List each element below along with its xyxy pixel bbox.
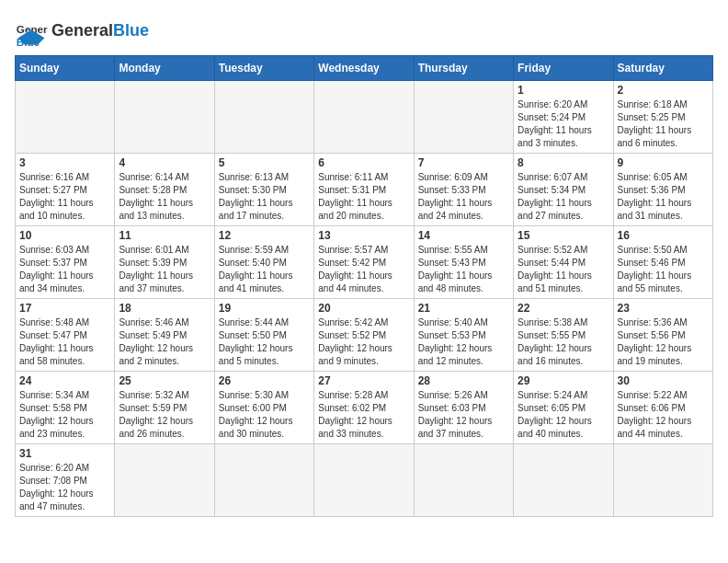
svg-text:Blue: Blue [17,36,40,48]
day-info: Sunrise: 6:11 AM Sunset: 5:31 PM Dayligh… [318,171,409,223]
calendar-cell: 23Sunrise: 5:36 AM Sunset: 5:56 PM Dayli… [613,299,712,372]
calendar-cell: 25Sunrise: 5:32 AM Sunset: 5:59 PM Dayli… [115,372,214,444]
weekday-header-tuesday: Tuesday [214,56,313,81]
calendar-week-2: 3Sunrise: 6:16 AM Sunset: 5:27 PM Daylig… [16,154,713,226]
weekday-header-sunday: Sunday [16,56,115,81]
weekday-header-wednesday: Wednesday [314,56,414,81]
calendar-cell: 13Sunrise: 5:57 AM Sunset: 5:42 PM Dayli… [314,226,414,299]
generalblue-logo-icon: General Blue [15,15,48,48]
day-info: Sunrise: 6:18 AM Sunset: 5:25 PM Dayligh… [618,98,709,150]
calendar-cell: 21Sunrise: 5:40 AM Sunset: 5:53 PM Dayli… [414,299,513,372]
day-info: Sunrise: 5:59 AM Sunset: 5:40 PM Dayligh… [219,244,310,295]
calendar-cell [613,444,712,517]
day-info: Sunrise: 5:24 AM Sunset: 6:05 PM Dayligh… [518,389,609,441]
day-info: Sunrise: 6:20 AM Sunset: 5:24 PM Dayligh… [518,98,609,150]
day-number: 4 [119,156,210,169]
calendar-cell [314,444,414,517]
calendar-cell [115,444,214,517]
day-info: Sunrise: 5:44 AM Sunset: 5:50 PM Dayligh… [219,316,310,368]
calendar-cell: 18Sunrise: 5:46 AM Sunset: 5:49 PM Dayli… [115,299,214,372]
calendar-cell: 30Sunrise: 5:22 AM Sunset: 6:06 PM Dayli… [613,372,712,444]
day-info: Sunrise: 5:46 AM Sunset: 5:49 PM Dayligh… [119,316,210,368]
day-info: Sunrise: 5:52 AM Sunset: 5:44 PM Dayligh… [518,244,609,295]
day-number: 21 [418,302,509,315]
calendar-cell: 19Sunrise: 5:44 AM Sunset: 5:50 PM Dayli… [214,299,313,372]
weekday-header-friday: Friday [514,56,613,81]
day-number: 16 [618,229,709,242]
day-info: Sunrise: 5:28 AM Sunset: 6:02 PM Dayligh… [318,389,409,441]
calendar-cell: 15Sunrise: 5:52 AM Sunset: 5:44 PM Dayli… [514,226,613,299]
day-info: Sunrise: 6:14 AM Sunset: 5:28 PM Dayligh… [119,171,210,223]
calendar-cell: 4Sunrise: 6:14 AM Sunset: 5:28 PM Daylig… [115,154,214,226]
day-number: 20 [318,302,409,315]
calendar-cell: 10Sunrise: 6:03 AM Sunset: 5:37 PM Dayli… [16,226,115,299]
calendar-cell: 1Sunrise: 6:20 AM Sunset: 5:24 PM Daylig… [514,81,613,154]
day-number: 3 [19,156,110,169]
calendar-cell: 27Sunrise: 5:28 AM Sunset: 6:02 PM Dayli… [314,372,414,444]
day-info: Sunrise: 6:16 AM Sunset: 5:27 PM Dayligh… [19,171,110,223]
day-number: 2 [618,84,709,97]
day-info: Sunrise: 5:57 AM Sunset: 5:42 PM Dayligh… [318,244,409,295]
day-info: Sunrise: 6:09 AM Sunset: 5:33 PM Dayligh… [418,171,509,223]
day-number: 30 [618,374,709,387]
calendar-cell: 5Sunrise: 6:13 AM Sunset: 5:30 PM Daylig… [214,154,313,226]
day-info: Sunrise: 5:55 AM Sunset: 5:43 PM Dayligh… [418,244,509,295]
calendar-cell: 16Sunrise: 5:50 AM Sunset: 5:46 PM Dayli… [613,226,712,299]
weekday-header-monday: Monday [115,56,214,81]
day-number: 6 [318,156,409,169]
calendar-week-6: 31Sunrise: 6:20 AM Sunset: 7:08 PM Dayli… [16,444,713,517]
calendar-cell [414,81,513,154]
day-number: 12 [219,229,310,242]
day-number: 13 [318,229,409,242]
day-number: 22 [518,302,609,315]
day-number: 24 [19,374,110,387]
day-number: 9 [618,156,709,169]
day-info: Sunrise: 5:34 AM Sunset: 5:58 PM Dayligh… [19,389,110,441]
day-info: Sunrise: 5:38 AM Sunset: 5:55 PM Dayligh… [518,316,609,368]
day-info: Sunrise: 6:20 AM Sunset: 7:08 PM Dayligh… [19,462,110,513]
day-info: Sunrise: 5:26 AM Sunset: 6:03 PM Dayligh… [418,389,509,441]
weekday-header-thursday: Thursday [414,56,513,81]
calendar-cell [514,444,613,517]
day-info: Sunrise: 5:22 AM Sunset: 6:06 PM Dayligh… [618,389,709,441]
calendar-cell: 28Sunrise: 5:26 AM Sunset: 6:03 PM Dayli… [414,372,513,444]
day-number: 29 [518,374,609,387]
calendar-cell: 6Sunrise: 6:11 AM Sunset: 5:31 PM Daylig… [314,154,414,226]
calendar-cell [314,81,414,154]
day-info: Sunrise: 5:48 AM Sunset: 5:47 PM Dayligh… [19,316,110,368]
day-info: Sunrise: 6:01 AM Sunset: 5:39 PM Dayligh… [119,244,210,295]
day-number: 11 [119,229,210,242]
logo: General Blue GeneralBlue [15,15,149,48]
calendar-cell: 9Sunrise: 6:05 AM Sunset: 5:36 PM Daylig… [613,154,712,226]
logo-text: GeneralBlue [51,21,149,41]
calendar-cell: 3Sunrise: 6:16 AM Sunset: 5:27 PM Daylig… [16,154,115,226]
day-info: Sunrise: 6:03 AM Sunset: 5:37 PM Dayligh… [19,244,110,295]
day-number: 14 [418,229,509,242]
calendar-cell: 17Sunrise: 5:48 AM Sunset: 5:47 PM Dayli… [16,299,115,372]
calendar-cell: 20Sunrise: 5:42 AM Sunset: 5:52 PM Dayli… [314,299,414,372]
calendar-cell: 8Sunrise: 6:07 AM Sunset: 5:34 PM Daylig… [514,154,613,226]
calendar-cell [115,81,214,154]
day-number: 8 [518,156,609,169]
calendar-cell: 29Sunrise: 5:24 AM Sunset: 6:05 PM Dayli… [514,372,613,444]
day-number: 19 [219,302,310,315]
calendar-cell: 31Sunrise: 6:20 AM Sunset: 7:08 PM Dayli… [16,444,115,517]
day-number: 7 [418,156,509,169]
day-number: 26 [219,374,310,387]
day-number: 17 [19,302,110,315]
day-number: 5 [219,156,310,169]
weekday-header-row: SundayMondayTuesdayWednesdayThursdayFrid… [16,56,713,81]
calendar-cell: 12Sunrise: 5:59 AM Sunset: 5:40 PM Dayli… [214,226,313,299]
calendar-cell [214,81,313,154]
page-header: General Blue GeneralBlue [15,15,713,48]
day-info: Sunrise: 5:40 AM Sunset: 5:53 PM Dayligh… [418,316,509,368]
calendar-week-4: 17Sunrise: 5:48 AM Sunset: 5:47 PM Dayli… [16,299,713,372]
day-info: Sunrise: 5:50 AM Sunset: 5:46 PM Dayligh… [618,244,709,295]
calendar-cell: 14Sunrise: 5:55 AM Sunset: 5:43 PM Dayli… [414,226,513,299]
calendar-week-5: 24Sunrise: 5:34 AM Sunset: 5:58 PM Dayli… [16,372,713,444]
day-info: Sunrise: 6:07 AM Sunset: 5:34 PM Dayligh… [518,171,609,223]
calendar-cell: 7Sunrise: 6:09 AM Sunset: 5:33 PM Daylig… [414,154,513,226]
day-info: Sunrise: 5:30 AM Sunset: 6:00 PM Dayligh… [219,389,310,441]
calendar-week-1: 1Sunrise: 6:20 AM Sunset: 5:24 PM Daylig… [16,81,713,154]
day-number: 18 [119,302,210,315]
